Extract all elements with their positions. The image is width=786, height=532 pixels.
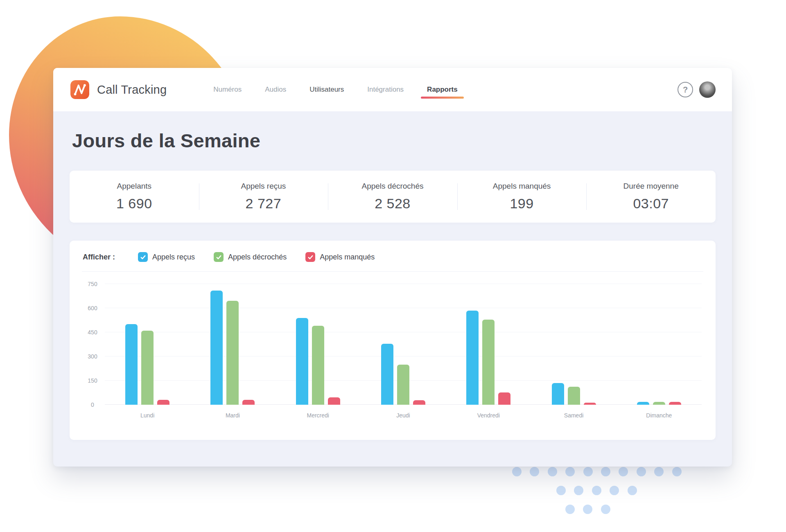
x-axis-labels: LundiMardiMercrediJeudiVendrediSamediDim… <box>105 412 702 419</box>
chart-card: Afficher : Appels reçusAppels décrochésA… <box>70 241 716 440</box>
bar-appels-d-croch-s[interactable] <box>226 301 239 405</box>
decor-dot <box>574 486 583 495</box>
bar-group-dimanche <box>617 402 702 405</box>
active-tab-underline <box>421 97 464 99</box>
filter-checkbox-appels-re-us[interactable]: Appels reçus <box>138 252 195 262</box>
filter-label: Appels décrochés <box>228 253 287 261</box>
bar-group-lundi <box>105 324 190 405</box>
header-actions: ? <box>678 81 716 98</box>
bar-group-mercredi <box>276 318 361 405</box>
bar-group-mardi <box>190 291 275 405</box>
bar-appels-manqu-s[interactable] <box>584 403 596 405</box>
app-title: Call Tracking <box>97 83 167 97</box>
stat-cell: Durée moyenne03:07 <box>586 182 716 212</box>
checkbox-checked-icon <box>305 252 315 262</box>
chart-plot: LundiMardiMercrediJeudiVendrediSamediDim… <box>105 284 702 425</box>
dashboard-card: Call Tracking NumérosAudiosUtilisateursI… <box>53 68 732 467</box>
stat-cell: Appelants1 690 <box>70 182 199 212</box>
main-nav: NumérosAudiosUtilisateursIntégrationsRap… <box>213 86 458 94</box>
page-title: Jours de la Semaine <box>72 129 716 152</box>
filter-label: Appels manqués <box>320 253 375 261</box>
x-axis-label: Mercredi <box>276 412 361 419</box>
stat-label: Appels décrochés <box>328 182 457 191</box>
app-logo-icon <box>70 80 89 99</box>
bar-appels-re-us[interactable] <box>552 383 564 405</box>
stat-value: 199 <box>457 196 587 212</box>
bar-appels-d-croch-s[interactable] <box>482 320 495 405</box>
help-button[interactable]: ? <box>678 82 693 97</box>
bar-appels-re-us[interactable] <box>210 291 223 405</box>
question-icon: ? <box>683 85 688 95</box>
filter-title: Afficher : <box>83 253 115 261</box>
nav-item-numéros[interactable]: Numéros <box>213 86 242 94</box>
bar-appels-d-croch-s[interactable] <box>312 326 324 405</box>
bar-appels-manqu-s[interactable] <box>157 400 169 405</box>
page: Call Tracking NumérosAudiosUtilisateursI… <box>0 0 786 532</box>
bar-appels-d-croch-s[interactable] <box>141 331 154 405</box>
dashboard-body: Jours de la Semaine Appelants1 690Appels… <box>53 129 732 440</box>
bar-appels-d-croch-s[interactable] <box>653 402 665 405</box>
filter-label: Appels reçus <box>152 253 195 261</box>
stat-cell: Appels reçus2 727 <box>199 182 328 212</box>
bar-appels-re-us[interactable] <box>466 311 479 405</box>
decor-dot <box>530 467 539 476</box>
stat-label: Appels reçus <box>199 182 328 191</box>
bar-appels-manqu-s[interactable] <box>242 400 255 405</box>
bar-appels-manqu-s[interactable] <box>498 392 510 405</box>
nav-item-label: Numéros <box>213 86 242 93</box>
avatar[interactable] <box>699 81 716 98</box>
bar-appels-manqu-s[interactable] <box>413 400 425 405</box>
nav-item-label: Rapports <box>427 86 458 93</box>
stat-value: 2 727 <box>199 196 328 212</box>
filter-checkbox-appels-manqu-s[interactable]: Appels manqués <box>305 252 375 262</box>
nav-item-audios[interactable]: Audios <box>265 86 286 94</box>
filter-row: Afficher : Appels reçusAppels décrochésA… <box>82 252 703 262</box>
decor-dot <box>628 486 637 495</box>
nav-item-rapports[interactable]: Rapports <box>427 86 458 94</box>
decor-dot <box>619 467 628 476</box>
decor-dot <box>583 467 593 476</box>
app-header: Call Tracking NumérosAudiosUtilisateursI… <box>53 68 732 111</box>
decor-dot <box>601 505 610 514</box>
divider <box>82 271 703 272</box>
bar-appels-re-us[interactable] <box>125 324 138 405</box>
decor-dot <box>556 486 566 495</box>
stat-value: 2 528 <box>328 196 457 212</box>
checkbox-checked-icon <box>214 252 224 262</box>
bar-appels-re-us[interactable] <box>637 402 649 405</box>
x-axis-label: Samedi <box>531 412 616 419</box>
x-axis-label: Mardi <box>190 412 275 419</box>
y-tick-label: 750 <box>84 281 102 287</box>
decor-dot <box>637 467 646 476</box>
x-axis-label: Lundi <box>105 412 190 419</box>
decor-dot <box>583 505 592 514</box>
bar-appels-manqu-s[interactable] <box>669 402 681 405</box>
nav-item-label: Intégrations <box>367 86 404 93</box>
decor-dot <box>565 467 575 476</box>
bar-chart: 0150300450600750 LundiMardiMercrediJeudi… <box>82 284 703 425</box>
bar-appels-re-us[interactable] <box>296 318 308 405</box>
y-tick-label: 150 <box>84 377 102 384</box>
stat-value: 03:07 <box>586 196 716 212</box>
brand: Call Tracking <box>70 80 167 99</box>
filter-checkbox-appels-d-croch-s[interactable]: Appels décrochés <box>214 252 287 262</box>
y-tick-label: 450 <box>84 329 102 336</box>
decor-dot <box>601 467 610 476</box>
bar-appels-re-us[interactable] <box>381 344 393 405</box>
decor-dot <box>565 505 575 514</box>
stats-summary: Appelants1 690Appels reçus2 727Appels dé… <box>70 171 716 223</box>
decor-dot <box>592 486 601 495</box>
bar-appels-d-croch-s[interactable] <box>568 387 580 405</box>
bar-groups <box>105 284 702 405</box>
nav-item-utilisateurs[interactable]: Utilisateurs <box>309 86 344 94</box>
bar-appels-d-croch-s[interactable] <box>397 365 409 405</box>
dots-pattern <box>512 467 709 524</box>
nav-item-intégrations[interactable]: Intégrations <box>367 86 404 94</box>
stat-label: Appels manqués <box>457 182 587 191</box>
bar-appels-manqu-s[interactable] <box>328 397 340 405</box>
x-axis-label: Dimanche <box>617 412 702 419</box>
y-axis: 0150300450600750 <box>84 284 105 405</box>
x-axis-label: Vendredi <box>446 412 531 419</box>
decor-dot <box>654 467 664 476</box>
bar-group-vendredi <box>446 311 531 405</box>
